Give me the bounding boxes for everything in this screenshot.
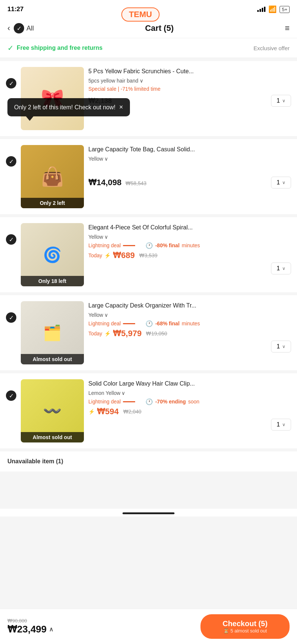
cart-item-row-hairclip: ✓ 〰️ Almost sold out Solid Color Large W… <box>0 373 297 448</box>
checkout-sub: ⏳ 5 almost sold out <box>223 628 267 634</box>
cart-item-row-tote: ✓ 👜 Only 2 left Large Capacity Tote Bag,… <box>0 139 297 214</box>
item-checkbox-organizer[interactable]: ✓ <box>6 312 16 323</box>
final-total-value: ₩23,499 <box>7 624 47 635</box>
expand-icon[interactable]: ∧ <box>49 626 53 633</box>
signal-bars-icon <box>257 7 265 12</box>
header-left: ‹ ✓ All <box>7 23 34 33</box>
temu-logo: TEMU <box>121 7 159 22</box>
item-price-row-tote: ₩14,098 ₩58,543 1 ∨ <box>88 177 291 189</box>
select-all-label: All <box>26 25 34 32</box>
clock-icon-hairclip: 🕐 <box>146 398 153 405</box>
item-variant-hairclip[interactable]: Lemon Yellow ∨ <box>88 390 291 396</box>
item-variant-spiral[interactable]: Yellow ∨ <box>88 234 291 240</box>
banner-left: ✓ Free shipping and free returns <box>7 44 102 52</box>
item-details-tote: Large Capacity Tote Bag, Casual Solid...… <box>88 145 291 189</box>
today-price-hairclip: ₩594 <box>97 407 119 416</box>
bottom-bar: ₩90,800 ₩23,499 ∧ Checkout (5) ⏳ 5 almos… <box>0 609 297 644</box>
item-checkbox-tote[interactable]: ✓ <box>6 156 16 167</box>
item-original-price-tote: ₩58,543 <box>125 180 147 186</box>
item-badge-spiral: Only 18 left <box>21 276 84 286</box>
cart-item-scrunchies: ✓ 🎀 5 Pcs Yellow Fabric Scrunchies - Cut… <box>0 61 297 136</box>
qty-chevron-icon-spiral: ∨ <box>282 266 285 271</box>
item-title-tote: Large Capacity Tote Bag, Casual Solid... <box>88 146 291 154</box>
item-details-hairclip: Solid Color Large Wavy Hair Claw Clip...… <box>88 379 291 431</box>
item-image-organizer[interactable]: 🗂️ Almost sold out <box>21 301 84 364</box>
checkout-button[interactable]: Checkout (5) ⏳ 5 almost sold out <box>200 614 290 639</box>
cart-item-tote: ✓ 👜 Only 2 left Large Capacity Tote Bag,… <box>0 139 297 214</box>
item-badge-tote: Only 2 left <box>21 198 84 208</box>
item-variant-scrunchies[interactable]: 5pcs yellow hair band ∨ <box>88 78 291 84</box>
exclusive-offer-text: Exclusive offer <box>254 45 290 51</box>
tooltip-message: Only 2 left of this item! Check out now! <box>14 104 115 111</box>
select-all-button[interactable]: ✓ All <box>14 23 34 33</box>
deal-progress-organizer <box>123 323 143 324</box>
qty-chevron-icon-organizer: ∨ <box>282 344 285 349</box>
wifi-icon: 📶 <box>268 5 277 13</box>
home-bar <box>123 512 174 514</box>
cart-item-row-organizer: ✓ 🗂️ Almost sold out Large Capacity Desk… <box>0 295 297 370</box>
original-price-spiral: ₩3,539 <box>139 252 157 258</box>
qty-selector-scrunchies[interactable]: 1 ∨ <box>271 95 291 107</box>
item-badge-hairclip: Almost sold out <box>21 432 84 442</box>
item-badge-organizer: Almost sold out <box>21 354 84 364</box>
cart-item-spiral: ✓ 🌀 Only 18 left Elegant 4-Piece Set Of … <box>0 217 297 292</box>
checkout-label: Checkout (5) <box>222 619 267 628</box>
item-checkbox-scrunchies[interactable]: ✓ <box>6 78 16 88</box>
lightning-deal-row-spiral: Lightning deal 🕐 -80% final minutes <box>88 242 291 249</box>
lightning-text-spiral: Lightning deal <box>88 242 121 248</box>
free-shipping-banner: ✓ Free shipping and free returns Exclusi… <box>0 38 297 58</box>
original-price-hairclip: ₩2,040 <box>123 409 141 415</box>
item-checkbox-hairclip[interactable]: ✓ <box>6 390 16 401</box>
back-button[interactable]: ‹ <box>7 23 10 33</box>
item-details-spiral: Elegant 4-Piece Set Of Colorful Spiral..… <box>88 223 291 274</box>
today-price-row-organizer: Today ⚡ ₩5,979 ₩19,050 <box>88 329 291 338</box>
menu-icon[interactable]: ≡ <box>285 23 290 33</box>
deal-progress-hairclip <box>123 401 143 402</box>
today-price-spiral: ₩689 <box>113 251 135 260</box>
unavailable-section: Unavailable item (1) <box>0 451 297 471</box>
select-all-checkbox[interactable]: ✓ <box>14 23 24 33</box>
tooltip-close-button[interactable]: × <box>119 103 123 111</box>
tooltip-arrow <box>26 116 33 121</box>
today-price-row-hairclip: ⚡ ₩594 ₩2,040 <box>88 407 291 416</box>
clock-icon-organizer: 🕐 <box>146 320 153 327</box>
final-minutes-spiral: minutes <box>182 242 200 248</box>
lightning-text-organizer: Lightning deal <box>88 321 121 326</box>
item-image-spiral[interactable]: 🌀 Only 18 left <box>21 223 84 286</box>
qty-selector-organizer[interactable]: 1 ∨ <box>271 341 291 352</box>
free-shipping-text: Free shipping and free returns <box>17 45 102 51</box>
discount-spiral: -80% final <box>155 242 179 248</box>
status-time: 11:27 <box>7 6 23 13</box>
status-bar: 11:27 TEMU 📶 5+ <box>0 0 297 19</box>
cart-item-hairclip: ✓ 〰️ Almost sold out Solid Color Large W… <box>0 373 297 448</box>
qty-selector-tote[interactable]: 1 ∨ <box>271 177 291 189</box>
item-image-tote[interactable]: 👜 Only 2 left <box>21 145 84 208</box>
item-image-hairclip[interactable]: 〰️ Almost sold out <box>21 379 84 442</box>
qty-chevron-icon: ∨ <box>282 98 285 103</box>
clock-icon-spiral: 🕐 <box>146 242 153 249</box>
check-green-icon: ✓ <box>7 44 14 52</box>
qty-selector-hairclip[interactable]: 1 ∨ <box>271 419 291 431</box>
original-total: ₩90,800 <box>7 618 53 624</box>
status-icons: 📶 5+ <box>257 5 290 13</box>
qty-chevron-icon-tote: ∨ <box>282 180 285 185</box>
cart-item-row-spiral: ✓ 🌀 Only 18 left Elegant 4-Piece Set Of … <box>0 217 297 292</box>
today-label-spiral: Today <box>88 252 102 258</box>
item-title-spiral: Elegant 4-Piece Set Of Colorful Spiral..… <box>88 224 291 232</box>
item-checkbox-spiral[interactable]: ✓ <box>6 234 16 245</box>
original-price-organizer: ₩19,050 <box>146 331 167 337</box>
today-label-organizer: Today <box>88 331 102 337</box>
total-price-section: ₩90,800 ₩23,499 ∧ <box>7 618 53 635</box>
discount-organizer: -68% final <box>155 321 179 326</box>
item-price-section-tote: ₩14,098 ₩58,543 <box>88 178 147 187</box>
item-variant-tote[interactable]: Yellow ∨ <box>88 156 291 162</box>
lightning-bolt-spiral: ⚡ <box>104 252 111 258</box>
item-details-organizer: Large Capacity Desk Organizer With Tr...… <box>88 301 291 352</box>
item-title-organizer: Large Capacity Desk Organizer With Tr... <box>88 302 291 310</box>
item-variant-organizer[interactable]: Yellow ∨ <box>88 312 291 318</box>
today-price-row-spiral: Today ⚡ ₩689 ₩3,539 <box>88 251 291 260</box>
qty-selector-spiral[interactable]: 1 ∨ <box>271 263 291 274</box>
lightning-bolt-hairclip: ⚡ <box>88 409 95 415</box>
item-sale-tag-scrunchies: Special sale | -71% limited time <box>88 86 291 92</box>
qty-chevron-icon-hairclip: ∨ <box>282 422 285 427</box>
